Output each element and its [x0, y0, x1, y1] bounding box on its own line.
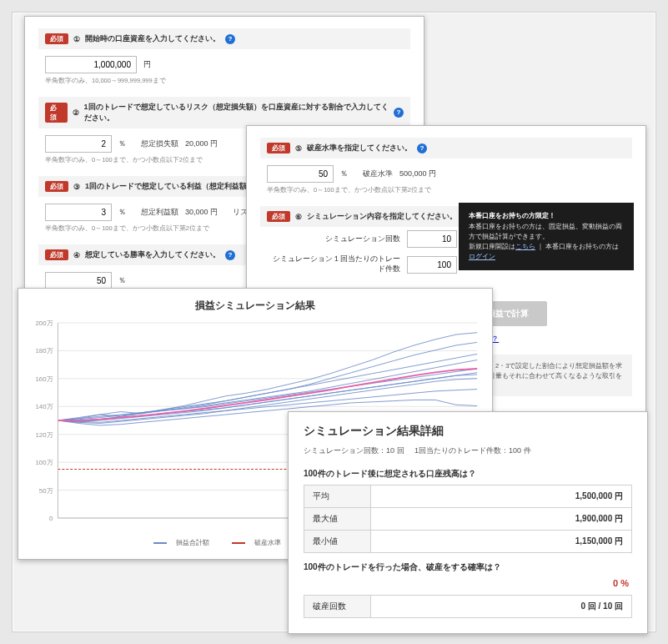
table-row: 最大値1,900,000 円	[304, 508, 632, 531]
ruin-pct-input[interactable]	[267, 165, 334, 183]
profit-pct-input[interactable]	[45, 204, 112, 221]
svg-text:200万: 200万	[35, 319, 53, 327]
results-title: シミュレーション結果詳細	[304, 424, 632, 439]
risk-pct-input[interactable]	[45, 135, 112, 153]
results-detail-card: シミュレーション結果詳細 シミュレーション回数：10 回 1回当たりのトレード件…	[288, 411, 648, 634]
svg-text:180万: 180万	[35, 347, 53, 355]
help-icon[interactable]: ?	[394, 108, 404, 118]
section-initial-balance: 必須 ① 開始時の口座資産を入力してください。 ? 円 半角数字のみ、10,00…	[38, 28, 410, 88]
results-question-balance: 100件のトレード後に想定される口座残高は？	[304, 468, 632, 480]
required-badge: 必須	[45, 103, 68, 123]
hint-text: 半角数字のみ、10,000～999,999,999まで	[38, 77, 410, 88]
required-badge: 必須	[45, 249, 68, 260]
results-ruin-table: 破産回数 0 回 / 10 回	[304, 595, 632, 618]
trades-per-sim-input[interactable]	[407, 256, 457, 274]
ruin-probability: 0 %	[304, 578, 629, 588]
section-title: 想定している勝率を入力してください。	[85, 249, 220, 260]
required-badge: 必須	[45, 33, 68, 44]
table-row: 平均1,500,000 円	[304, 486, 632, 508]
svg-text:100万: 100万	[35, 459, 53, 466]
sim-count-input[interactable]	[407, 230, 457, 248]
section-title: 1回のトレードで想定しているリスク（想定損失額）を口座資産に対する割合で入力して…	[84, 102, 389, 123]
winrate-input[interactable]	[45, 272, 112, 289]
stage: 必須 ① 開始時の口座資産を入力してください。 ? 円 半角数字のみ、10,00…	[12, 12, 656, 632]
help-icon[interactable]: ?	[225, 250, 235, 260]
svg-text:0: 0	[49, 515, 53, 522]
table-row: 最小値1,150,000 円	[304, 531, 632, 553]
required-badge: 必須	[267, 211, 290, 222]
open-account-link[interactable]: こちら	[515, 243, 535, 250]
initial-balance-input[interactable]	[45, 56, 137, 73]
help-icon[interactable]: ?	[417, 143, 427, 153]
help-icon[interactable]: ?	[225, 34, 235, 44]
section-ruin-level: 必須 ⑤ 破産水準を指定してください。 ? ％ 破産水準 500,000 円 半…	[260, 138, 632, 198]
svg-text:160万: 160万	[35, 375, 53, 383]
section-title: 破産水準を指定してください。	[307, 143, 412, 153]
svg-text:120万: 120万	[35, 431, 53, 439]
hint-text: 半角数字のみ、0～100まで、かつ小数点以下第2位まで	[260, 186, 632, 198]
results-question-ruin: 100件のトレードを行った場合、破産をする確率は？	[304, 561, 632, 573]
required-badge: 必須	[45, 181, 68, 192]
section-title: シミュレーション内容を指定してください。	[307, 211, 457, 222]
results-balance-table: 平均1,500,000 円最大値1,900,000 円最小値1,150,000 …	[304, 485, 632, 553]
section-title: 開始時の口座資産を入力してください。	[85, 33, 220, 44]
svg-text:50万: 50万	[39, 487, 53, 495]
login-link[interactable]: ログイン	[469, 253, 495, 260]
chart-title: 損益シミュレーション結果	[25, 299, 485, 313]
results-subtitle: シミュレーション回数：10 回 1回当たりのトレード件数：100 件	[304, 445, 632, 456]
account-callout: 本番口座をお持ちの方限定！ 本番口座をお持ちの方は、固定損益、変動損益の両方で損…	[459, 203, 634, 270]
required-badge: 必須	[267, 143, 290, 153]
svg-text:140万: 140万	[35, 403, 53, 410]
